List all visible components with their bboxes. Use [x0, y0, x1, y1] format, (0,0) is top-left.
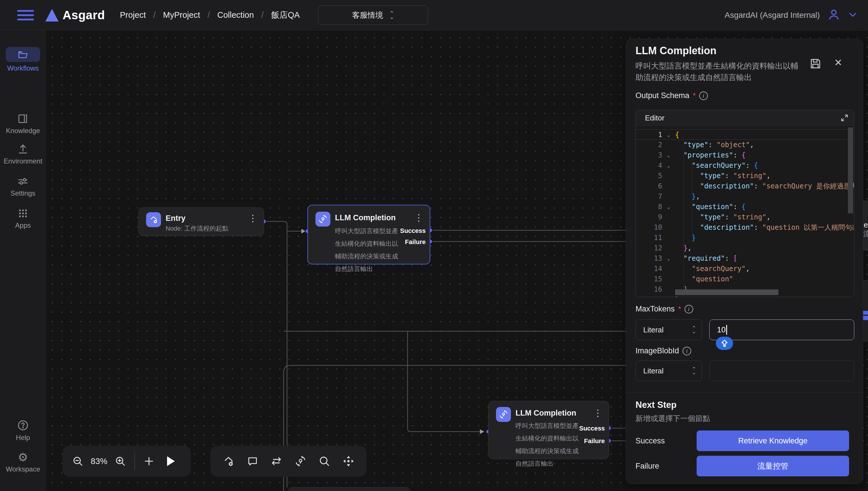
llm-node-icon: [496, 407, 511, 422]
code-line-2[interactable]: 2 "type": "object",: [636, 140, 854, 150]
port-failure[interactable]: Failure: [584, 437, 605, 445]
book-icon: [0, 113, 46, 124]
asgard-logo-icon: [45, 9, 59, 22]
fold-chevron-icon[interactable]: ⌄: [662, 129, 675, 139]
code-line-11[interactable]: 11 }: [636, 233, 854, 243]
fold-spacer: [662, 212, 675, 222]
code-line-1[interactable]: 1⌄{: [636, 129, 854, 140]
image-blob-label: ImageBlobId i: [635, 346, 691, 355]
sidebar-item-settings[interactable]: Settings: [0, 175, 46, 197]
node-llm-completion-1[interactable]: LLM Completion 呼叫大型語言模型並產 生結構化的資料輸出以 輔助流…: [307, 205, 430, 264]
fold-chevron-icon[interactable]: ⌄: [662, 160, 675, 171]
node-llm-completion-2[interactable]: LLM Completion 呼叫大型語言模型並產 生結構化的資料輸出以 輔助流…: [488, 401, 609, 459]
editor-header: Editor: [636, 110, 854, 126]
entry-node-menu-icon[interactable]: ⋮: [248, 213, 257, 224]
fold-spacer: [662, 264, 675, 274]
max-tokens-input[interactable]: 10: [709, 319, 854, 340]
user-icon[interactable]: [827, 8, 840, 22]
zoom-in-icon[interactable]: [115, 456, 126, 467]
environment-selector[interactable]: 客服情境 ⌃⌄: [318, 5, 428, 25]
add-entry-node-icon[interactable]: [222, 455, 235, 467]
chevron-updown-icon: ⌃⌄: [692, 326, 696, 333]
sidebar-item-workspace[interactable]: ⚙ Workspace: [0, 452, 46, 473]
fold-spacer: [662, 284, 675, 294]
port-success[interactable]: Success: [400, 227, 426, 235]
close-icon[interactable]: ✕: [834, 57, 842, 68]
expand-icon[interactable]: [840, 114, 849, 123]
input-method-badge: [716, 337, 733, 350]
zoom-out-icon[interactable]: [72, 456, 83, 467]
llm-node-menu-icon[interactable]: ⋮: [414, 212, 424, 223]
text-cursor: [726, 325, 727, 335]
node-entry[interactable]: Entry Node: 工作流程的起點 ⋮: [138, 207, 264, 236]
account-chevron-down-icon[interactable]: [848, 10, 858, 21]
code-line-15[interactable]: 15 "question": [636, 274, 854, 284]
llm-node-menu-icon[interactable]: ⋮: [593, 408, 602, 418]
top-bar: Asgard Project / MyProject / Collection …: [0, 0, 868, 30]
breadcrumb-project[interactable]: Project: [120, 10, 146, 20]
sidebar-item-apps[interactable]: Apps: [0, 208, 46, 229]
auto-layout-icon[interactable]: [343, 455, 354, 467]
schema-editor[interactable]: Editor 1⌄{2 "type": "object",3⌄ "propert…: [635, 110, 854, 297]
image-blob-mode-select[interactable]: Literal ⌃⌄: [635, 360, 702, 381]
image-blob-input[interactable]: [709, 360, 854, 381]
info-icon[interactable]: i: [699, 91, 708, 100]
code-line-14[interactable]: 14 "searchQuery",: [636, 264, 854, 274]
success-next-node-button[interactable]: Retrieve Knowledge: [697, 431, 849, 451]
fold-spacer: [662, 243, 675, 253]
comment-icon[interactable]: [247, 456, 258, 467]
port-success[interactable]: Success: [579, 425, 605, 432]
fold-chevron-icon[interactable]: ⌄: [662, 253, 675, 264]
fold-spacer: [662, 222, 675, 233]
fold-spacer: [662, 274, 675, 284]
toolbar-divider: [134, 452, 135, 470]
add-icon[interactable]: [143, 456, 155, 467]
code-line-10[interactable]: 10 "description": "question 以第一人稱問句改: [636, 222, 854, 233]
breadcrumb-collection[interactable]: Collection: [217, 10, 254, 20]
code-line-6[interactable]: 6 "description": "searchQuery 是你經過思考: [636, 181, 854, 191]
sidebar-item-workflows[interactable]: Workflows: [0, 47, 46, 72]
breadcrumb-myproject[interactable]: MyProject: [163, 10, 200, 20]
run-icon[interactable]: [167, 456, 175, 466]
code-line-12[interactable]: 12 },: [636, 243, 854, 253]
code-line-7[interactable]: 7 },: [636, 191, 854, 202]
info-icon[interactable]: i: [683, 347, 691, 355]
editor-vertical-scrollbar[interactable]: [848, 127, 853, 213]
info-icon[interactable]: i: [685, 305, 693, 314]
fold-chevron-icon[interactable]: ⌄: [662, 150, 675, 160]
code-line-9[interactable]: 9 "type": "string",: [636, 212, 854, 222]
node-toolbar: [210, 446, 367, 476]
max-tokens-mode-select[interactable]: Literal ⌃⌄: [635, 319, 702, 340]
node-clipped-bottom[interactable]: [288, 487, 411, 491]
code-line-3[interactable]: 3⌄ "properties": {: [636, 150, 854, 160]
code-line-13[interactable]: 13⌄ "required": [: [636, 253, 854, 264]
code-line-8[interactable]: 8⌄ "question": {: [636, 202, 854, 212]
llm-node-tool-icon[interactable]: [295, 455, 306, 467]
breadcrumb-current[interactable]: 飯店QA: [271, 9, 300, 21]
fold-chevron-icon[interactable]: ⌄: [662, 202, 675, 212]
sidebar-item-environment[interactable]: Environment: [0, 143, 46, 165]
failure-next-node-button[interactable]: 流量控管: [697, 456, 849, 476]
editor-code-lines[interactable]: 1⌄{2 "type": "object",3⌄ "properties": {…: [636, 126, 854, 297]
sidebar-item-knowledge[interactable]: Knowledge: [0, 113, 46, 135]
grid-dots-icon: [0, 208, 46, 219]
swap-connections-icon[interactable]: [270, 455, 282, 467]
code-line-4[interactable]: 4⌄ "searchQuery": {: [636, 160, 854, 171]
sidebar-item-help[interactable]: Help: [0, 419, 46, 442]
gear-icon: ⚙: [0, 452, 46, 463]
llm-node-description: 呼叫大型語言模型並產 生結構化的資料輸出以 輔助流程的決策或生成 自然語言輸出: [335, 225, 407, 275]
failure-row-label: Failure: [635, 462, 659, 471]
success-row-label: Success: [635, 436, 665, 445]
llm-node-icon: [316, 212, 330, 227]
fold-spacer: [662, 191, 675, 202]
save-icon[interactable]: [809, 57, 822, 71]
search-icon[interactable]: [319, 456, 330, 467]
entry-node-title: Entry: [166, 214, 185, 223]
code-line-5[interactable]: 5 "type": "string",: [636, 171, 854, 181]
zoom-level[interactable]: 83%: [91, 457, 107, 466]
editor-horizontal-scrollbar[interactable]: [675, 289, 779, 295]
port-failure[interactable]: Failure: [405, 238, 426, 246]
entry-node-subtitle: Node: 工作流程的起點: [166, 224, 228, 233]
menu-icon[interactable]: [17, 10, 34, 20]
page: { "colors":{"accent":"#5865f2","btn":"#5…: [0, 0, 868, 491]
